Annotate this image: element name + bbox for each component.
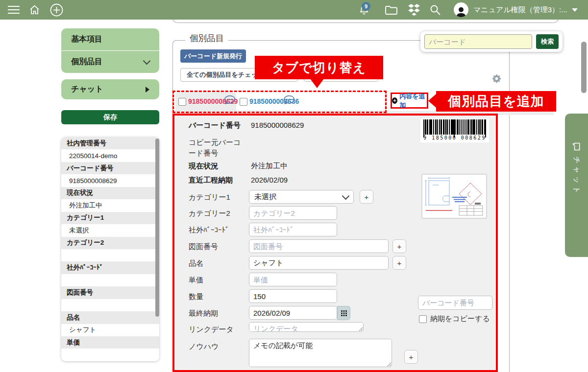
category1-label: カテゴリー1 [189,193,230,202]
quantity-label: 数量 [189,292,203,302]
drawing-image[interactable] [422,174,487,218]
summary-row: 社内管理番号 [61,137,159,149]
summary-row: 品名 [61,311,159,324]
copy-due-row: 納期をコピーする [419,314,490,324]
search-icon[interactable] [428,0,442,20]
add-circle-icon[interactable] [49,0,64,20]
callout-tab-switch-pointer [310,79,324,88]
avatar[interactable] [453,0,469,20]
page-title: 個別品目 [185,32,228,44]
unit-price-label: 単価 [189,276,203,285]
final-due-input[interactable] [249,306,337,320]
calendar-button[interactable] [337,306,350,320]
process-due-label: 直近工程納期 [189,176,233,185]
knowhow-label: ノウハウ [189,342,219,351]
link-data-textarea[interactable] [249,322,364,332]
category1-selected-value: 未選択 [254,192,276,202]
status-value: 外注加工中 [251,162,288,171]
tab-1-checkbox[interactable] [178,98,186,108]
item-name-add-button[interactable]: + [392,256,406,270]
unit-price-input[interactable] [249,273,337,286]
barcode-number-value: 9185000008629 [251,121,304,129]
search-button[interactable]: 検索 [536,34,559,49]
quantity-input[interactable] [249,289,337,303]
sidebar-chat-group: チャット [61,79,159,99]
tab-2-comment-icon[interactable] [283,95,295,107]
summary-row [61,274,159,286]
summary-row: 22050014-demo [61,149,159,162]
add-content-button[interactable]: + 内容を追加 [391,93,428,109]
summary-row: 未選択 [61,224,159,236]
barcode-stripes [423,119,486,135]
callout-tab-switch: タブで切り替え [255,56,383,79]
barcode-image: 9 185000 008629 [420,118,489,142]
category2-label: カテゴリー2 [189,209,230,218]
callout-add-item-pointer [428,94,436,108]
copy-source-label: コピー元バーコード番号 [189,137,245,159]
category1-select[interactable]: 未選択 [249,190,354,204]
copy-due-label: 納期をコピーする [430,314,490,324]
summary-row: 図面番号 [61,286,159,299]
summary-row: バーコード番号 [61,162,159,174]
item-name-input[interactable] [249,256,389,270]
knowhow-textarea[interactable]: メモの記載が可能 [249,339,392,367]
category1-add-button[interactable]: + [360,190,373,204]
chat-bubble-icon [572,142,581,151]
sidebar-item-individual[interactable]: 個別品目 [61,51,159,73]
triangle-right-icon [146,87,149,93]
dropbox-icon[interactable] [407,0,421,20]
sidebar-item-basic-label: 基本項目 [71,34,102,45]
bell-icon[interactable]: 9 [357,0,371,20]
final-due-label: 最終納期 [189,309,218,318]
plus-circle-icon: + [392,97,397,104]
notification-badge: 9 [362,2,370,11]
summary-row: カテゴリー2 [61,237,159,249]
status-label: 現在状況 [189,162,218,171]
sidebar-item-individual-label: 個別品目 [71,57,102,67]
summary-panel-scrollbar[interactable] [155,139,159,317]
folder-icon[interactable] [384,0,398,20]
summary-row [61,249,159,261]
sidebar-item-chat[interactable]: チャット [61,79,159,99]
select-chevron-icon [342,192,350,200]
user-menu-label[interactable]: マニュアル権限（管理3）:... [473,0,566,20]
drawing-no-input[interactable] [249,239,389,253]
drawing-no-add-button[interactable]: + [392,239,406,253]
barcode-search-card: 検索 [420,31,563,52]
copy-barcode-input[interactable] [418,296,492,310]
tab-2-checkbox[interactable] [240,98,247,108]
caret-down-icon[interactable] [569,0,580,20]
knowhow-add-button[interactable]: + [404,350,418,364]
home-icon[interactable] [27,0,41,20]
summary-row [61,349,159,361]
summary-row: 9185000008629 [61,174,159,186]
calendar-grid-icon [341,310,347,316]
summary-row: 単価 [61,336,159,349]
chat-side-tab[interactable]: チャット [565,114,588,257]
barcode-search-input[interactable] [424,34,532,49]
topbar: 9 マニュアル権限（管理3）:... [0,0,588,20]
chat-side-tab-label: チャット [572,156,581,196]
page-scrollbar[interactable] [581,42,587,93]
item-name-label: 品名 [189,259,203,268]
barcode-digits: 9 185000 008629 [423,135,486,140]
sidebar-item-basic[interactable]: 基本項目 [61,28,159,50]
ext-barcode-input[interactable] [249,223,337,236]
process-due-value: 2026/02/09 [251,176,288,184]
sidebar-nav-group: 基本項目 個別品目 [61,28,159,73]
summary-panel: 社内管理番号22050014-demoバーコード番号9185000008629現… [61,137,159,361]
app-root: 9 マニュアル権限（管理3）:... 基本項目 個別品目 [0,0,588,372]
summary-row: カテゴリー1 [61,212,159,224]
category2-input[interactable] [249,206,337,220]
new-barcode-button[interactable]: バーコード新規発行 [180,49,246,63]
link-data-label: リンクデータ [189,325,234,334]
ext-barcode-label: 社外ﾊﾞｰｺｰﾄﾞ [189,226,229,235]
gear-icon[interactable] [492,74,502,84]
chevron-down-icon [143,57,151,65]
hamburger-menu-icon[interactable] [7,0,21,20]
summary-row: シャフト [61,324,159,336]
barcode-number-label: バーコード番号 [189,121,241,130]
copy-due-checkbox[interactable] [419,315,427,323]
save-button[interactable]: 保存 [61,110,159,124]
tab-1-comment-icon[interactable] [224,95,236,107]
